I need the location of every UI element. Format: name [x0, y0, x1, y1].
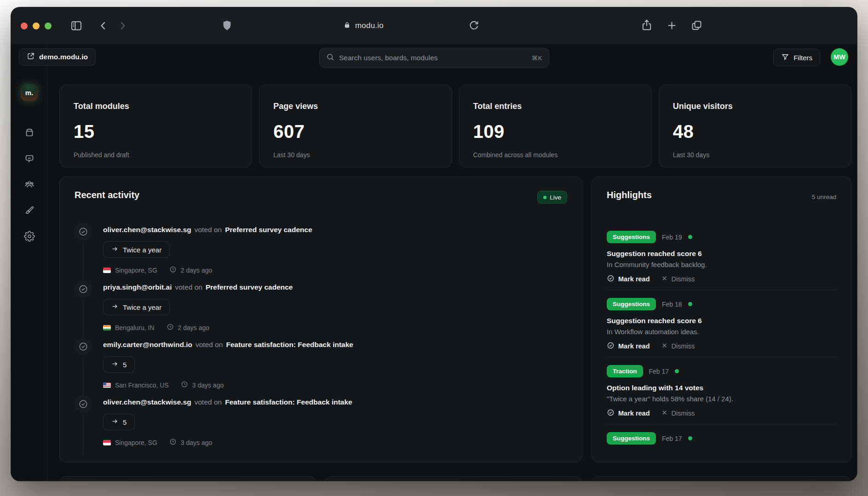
arrow-right-icon	[111, 245, 118, 254]
clock-icon	[181, 381, 188, 389]
sidebar-item-settings[interactable]	[24, 231, 35, 242]
share-icon[interactable]	[640, 18, 653, 31]
activity-user: emily.carter@northwind.io	[103, 341, 192, 348]
sidebar-item-feedback[interactable]	[24, 153, 35, 164]
sidebar-toggle-icon[interactable]	[70, 19, 83, 32]
avatar[interactable]: MW	[831, 48, 848, 66]
activity-user: oliver.chen@stackwise.sg	[103, 226, 191, 234]
address-bar[interactable]: modu.io	[343, 19, 384, 32]
highlights-list: Suggestions Feb 19 Suggestion reached sc…	[607, 231, 836, 462]
divider	[607, 357, 836, 357]
browser-window: modu.io demo.modu.io ⌘K	[11, 7, 857, 481]
sidebar-rail: m.	[11, 44, 47, 481]
activity-item: emily.carter@northwind.iovoted onFeature…	[75, 340, 567, 397]
singapore-flag-icon	[103, 440, 111, 445]
filters-button[interactable]: Filters	[773, 49, 820, 66]
dismiss-button[interactable]: Dismiss	[661, 409, 695, 417]
activity-time: 2 days ago	[181, 267, 213, 274]
dismiss-label: Dismiss	[672, 342, 695, 350]
dismiss-label: Dismiss	[672, 275, 695, 283]
recent-activity-title: Recent activity	[75, 190, 139, 200]
stat-label: Total entries	[473, 102, 638, 111]
category-badge: Traction	[607, 365, 643, 377]
highlight-title: Suggestion reached score 6	[607, 250, 836, 258]
stat-caption: Last 30 days	[673, 151, 837, 159]
forward-button[interactable]	[116, 20, 128, 32]
category-badge: Suggestions	[607, 298, 656, 310]
activity-time: 3 days ago	[181, 439, 213, 446]
sidebar-item-users[interactable]	[24, 179, 35, 190]
clock-icon	[169, 438, 177, 447]
close-icon	[661, 342, 668, 350]
mark-read-button[interactable]: Mark read	[607, 342, 650, 351]
funnel-icon	[781, 53, 789, 63]
check-circle-icon	[75, 338, 92, 355]
mark-read-label: Mark read	[618, 275, 650, 283]
activity-user: oliver.chen@stackwise.sg	[103, 398, 191, 406]
close-window-button[interactable]	[21, 23, 28, 29]
check-circle-icon	[75, 395, 92, 413]
unread-dot-icon	[688, 235, 692, 239]
search-input[interactable]	[339, 54, 527, 62]
timeline-connector	[83, 357, 83, 396]
activity-user: priya.singh@orbit.ai	[103, 283, 172, 291]
stat-value: 15	[74, 121, 238, 142]
new-tab-icon[interactable]	[666, 20, 678, 31]
timeline-connector	[83, 242, 83, 281]
privacy-shield-icon[interactable]	[221, 19, 233, 32]
highlight-title: Suggestion reached score 6	[607, 317, 836, 325]
highlights-title: Highlights	[607, 190, 652, 200]
highlight-title: Option leading with 14 votes	[607, 384, 836, 392]
archive-box-icon	[24, 131, 35, 139]
zoom-window-button[interactable]	[45, 23, 52, 29]
mark-read-label: Mark read	[618, 342, 650, 350]
paintbrush-icon	[24, 210, 35, 217]
unread-count: 5 unread	[812, 194, 836, 200]
us-flag-icon	[103, 382, 111, 388]
dismiss-button[interactable]: Dismiss	[661, 342, 695, 350]
bottom-cards-row	[59, 476, 851, 481]
back-button[interactable]	[98, 20, 109, 32]
highlight-item: Suggestions Feb 19 Suggestion reached sc…	[607, 231, 836, 298]
activity-item: oliver.chen@stackwise.sgvoted onPreferre…	[75, 225, 567, 282]
clock-icon	[169, 266, 177, 274]
stat-card-total-entries: Total entries 109 Combined across all mo…	[459, 85, 652, 167]
stat-caption: Combined across all modules	[473, 151, 638, 159]
sidebar-item-modules[interactable]	[24, 127, 35, 138]
tab-overview-icon[interactable]	[690, 19, 703, 32]
mark-read-button[interactable]: Mark read	[607, 274, 650, 284]
stat-label: Page views	[273, 102, 437, 111]
activity-location: Bengaluru, IN	[115, 324, 155, 331]
highlight-description: In Workflow automation ideas.	[607, 328, 836, 336]
vote-choice-label: Twice a year	[123, 246, 161, 254]
recent-activity-panel: Recent activity Live oliver.chen@stackwi…	[59, 177, 582, 462]
traffic-lights	[21, 23, 52, 29]
vote-choice-label: 5	[123, 361, 126, 369]
card-stub	[592, 476, 851, 481]
dismiss-button[interactable]: Dismiss	[661, 275, 695, 283]
mark-read-button[interactable]: Mark read	[607, 409, 650, 418]
app-logo[interactable]: m.	[21, 84, 38, 101]
minimize-window-button[interactable]	[33, 23, 40, 29]
search-bar[interactable]: ⌘K	[319, 48, 549, 68]
activity-target: Preferred survey cadence	[225, 226, 312, 234]
arrow-right-icon	[111, 418, 118, 426]
mark-read-label: Mark read	[618, 410, 650, 417]
vote-choice-label: 5	[123, 418, 126, 426]
india-flag-icon	[103, 325, 111, 331]
lock-icon	[343, 21, 351, 31]
activity-action: voted on	[195, 226, 222, 234]
sidebar-item-appearance[interactable]	[24, 205, 35, 216]
vote-choice-chip: 5	[103, 414, 135, 430]
main-content: Total modules 15 Published and draft Pag…	[59, 85, 851, 481]
reload-icon[interactable]	[468, 20, 480, 31]
close-icon	[661, 275, 668, 283]
highlight-item: Traction Feb 17 Option leading with 14 v…	[607, 365, 836, 432]
stat-card-page-views: Page views 607 Last 30 days	[259, 85, 452, 167]
unread-dot-icon	[688, 436, 692, 440]
timeline-connector	[83, 300, 83, 339]
search-icon	[326, 53, 334, 63]
timeline-connector	[83, 415, 83, 454]
stat-card-total-modules: Total modules 15 Published and draft	[59, 85, 252, 167]
panels-row: Recent activity Live oliver.chen@stackwi…	[59, 177, 851, 462]
